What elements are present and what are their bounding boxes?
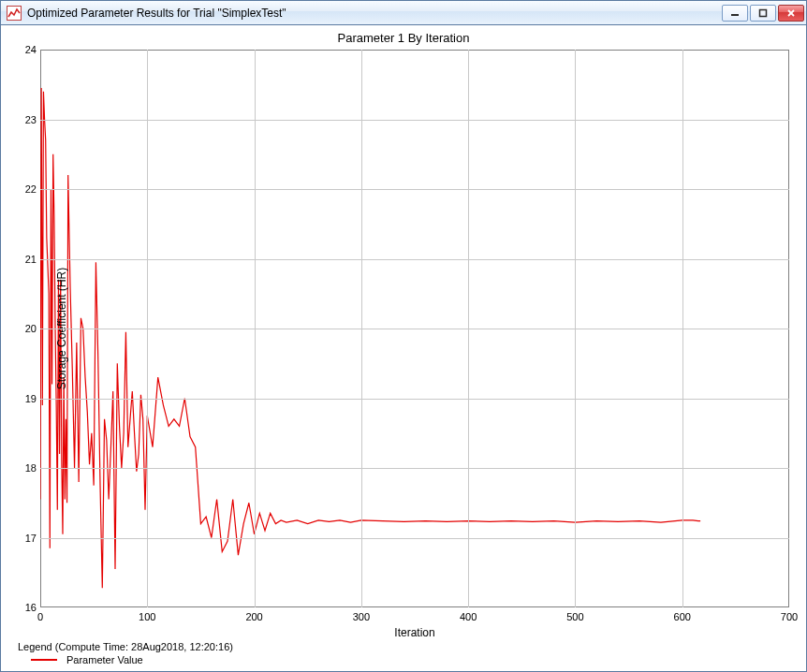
- window-frame: Optimized Parameter Results for Trial "S…: [0, 0, 807, 672]
- y-tick-label: 21: [12, 254, 37, 265]
- chart-app-icon: [7, 6, 22, 21]
- x-axis-label: Iteration: [40, 626, 789, 639]
- x-tick-label: 600: [674, 611, 691, 622]
- x-tick-label: 500: [566, 611, 583, 622]
- grid-line-vertical: [575, 50, 576, 607]
- x-tick-label: 400: [460, 611, 477, 622]
- y-tick-label: 23: [12, 114, 37, 125]
- grid-line-vertical: [682, 50, 683, 607]
- x-tick-label: 0: [37, 611, 43, 622]
- grid-line-vertical: [147, 50, 148, 607]
- legend: Legend (Compute Time: 28Aug2018, 12:20:1…: [1, 637, 806, 671]
- y-tick-label: 24: [12, 44, 37, 55]
- grid-line-horizontal: [40, 189, 789, 190]
- y-tick-label: 18: [12, 462, 37, 474]
- grid-line-vertical: [255, 50, 256, 607]
- maximize-button[interactable]: [750, 5, 776, 22]
- chart-title: Parameter 1 By Iteration: [1, 31, 806, 45]
- grid-line-horizontal: [40, 259, 789, 260]
- y-tick-label: 17: [12, 533, 37, 544]
- minimize-button[interactable]: [722, 5, 748, 22]
- grid-line-vertical: [468, 50, 469, 607]
- plot-region: Storage Coefficient (HR) Iteration 16171…: [40, 50, 789, 607]
- grid-line-horizontal: [40, 120, 789, 121]
- y-tick-label: 16: [12, 602, 37, 613]
- x-tick-label: 200: [245, 611, 262, 622]
- x-tick-label: 100: [139, 611, 155, 622]
- y-tick-label: 20: [12, 323, 37, 334]
- svg-rect-2: [760, 9, 767, 16]
- x-tick-label: 700: [781, 611, 798, 622]
- y-tick-label: 22: [12, 183, 37, 195]
- y-tick-label: 19: [12, 393, 37, 404]
- grid-line-horizontal: [40, 538, 789, 539]
- chart-area: Parameter 1 By Iteration Storage Coeffic…: [1, 25, 806, 637]
- grid-line-horizontal: [40, 399, 789, 400]
- titlebar[interactable]: Optimized Parameter Results for Trial "S…: [1, 1, 806, 25]
- legend-swatch: [31, 659, 57, 661]
- legend-item: Parameter Value: [18, 654, 800, 665]
- grid-line-vertical: [361, 50, 362, 607]
- grid-line-horizontal: [40, 468, 789, 469]
- window-controls: [722, 5, 804, 22]
- window-title: Optimized Parameter Results for Trial "S…: [27, 7, 716, 20]
- legend-title: Legend (Compute Time: 28Aug2018, 12:20:1…: [18, 641, 800, 652]
- x-tick-label: 300: [353, 611, 370, 622]
- legend-item-label: Parameter Value: [66, 654, 143, 665]
- close-button[interactable]: [778, 5, 804, 22]
- grid-line-horizontal: [40, 329, 789, 329]
